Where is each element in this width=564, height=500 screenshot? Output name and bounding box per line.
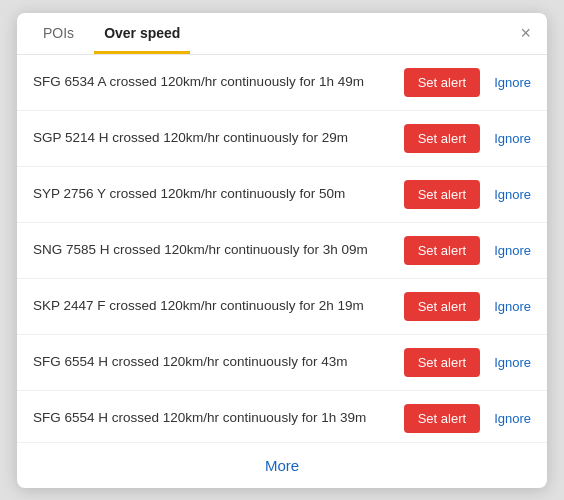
more-row: More bbox=[17, 442, 547, 488]
panel: POIs Over speed × SFG 6534 A crossed 120… bbox=[17, 13, 547, 488]
tab-overspeed[interactable]: Over speed bbox=[94, 13, 190, 54]
list-item: SYP 2756 Y crossed 120km/hr continuously… bbox=[17, 167, 547, 223]
item-text: SYP 2756 Y crossed 120km/hr continuously… bbox=[33, 185, 404, 204]
list-item: SNG 7585 H crossed 120km/hr continuously… bbox=[17, 223, 547, 279]
set-alert-button[interactable]: Set alert bbox=[404, 292, 480, 321]
list-item: SFG 6534 A crossed 120km/hr continuously… bbox=[17, 55, 547, 111]
item-text: SFG 6554 H crossed 120km/hr continuously… bbox=[33, 353, 404, 372]
item-text: SFG 6534 A crossed 120km/hr continuously… bbox=[33, 73, 404, 92]
list-item: SGP 5214 H crossed 120km/hr continuously… bbox=[17, 111, 547, 167]
ignore-link[interactable]: Ignore bbox=[494, 131, 531, 146]
list-item: SKP 2447 F crossed 120km/hr continuously… bbox=[17, 279, 547, 335]
ignore-link[interactable]: Ignore bbox=[494, 411, 531, 426]
set-alert-button[interactable]: Set alert bbox=[404, 348, 480, 377]
ignore-link[interactable]: Ignore bbox=[494, 355, 531, 370]
ignore-link[interactable]: Ignore bbox=[494, 75, 531, 90]
set-alert-button[interactable]: Set alert bbox=[404, 68, 480, 97]
more-link[interactable]: More bbox=[265, 457, 299, 474]
list-item: SFG 6554 H crossed 120km/hr continuously… bbox=[17, 391, 547, 442]
item-text: SKP 2447 F crossed 120km/hr continuously… bbox=[33, 297, 404, 316]
set-alert-button[interactable]: Set alert bbox=[404, 404, 480, 433]
close-button[interactable]: × bbox=[516, 20, 535, 46]
ignore-link[interactable]: Ignore bbox=[494, 187, 531, 202]
tab-pois[interactable]: POIs bbox=[33, 13, 84, 54]
item-text: SNG 7585 H crossed 120km/hr continuously… bbox=[33, 241, 404, 260]
set-alert-button[interactable]: Set alert bbox=[404, 180, 480, 209]
list-item: SFG 6554 H crossed 120km/hr continuously… bbox=[17, 335, 547, 391]
set-alert-button[interactable]: Set alert bbox=[404, 236, 480, 265]
tabs-header: POIs Over speed × bbox=[17, 13, 547, 55]
ignore-link[interactable]: Ignore bbox=[494, 243, 531, 258]
item-text: SFG 6554 H crossed 120km/hr continuously… bbox=[33, 409, 404, 428]
items-list: SFG 6534 A crossed 120km/hr continuously… bbox=[17, 55, 547, 442]
item-text: SGP 5214 H crossed 120km/hr continuously… bbox=[33, 129, 404, 148]
ignore-link[interactable]: Ignore bbox=[494, 299, 531, 314]
set-alert-button[interactable]: Set alert bbox=[404, 124, 480, 153]
